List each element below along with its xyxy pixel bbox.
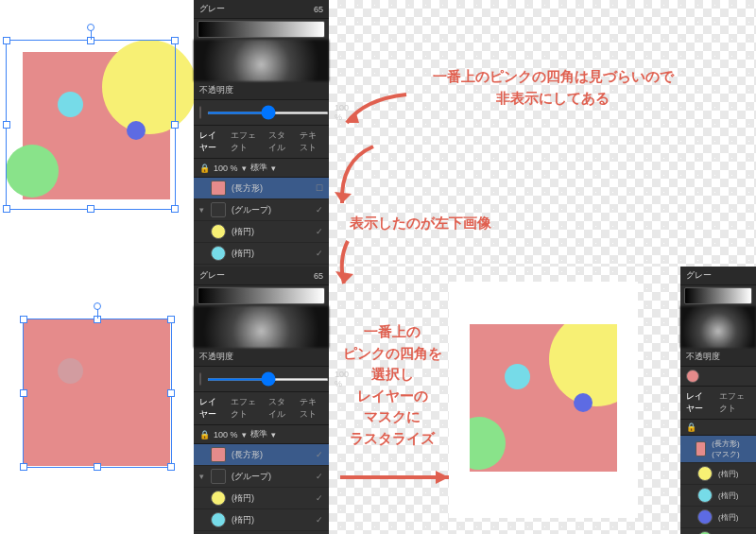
arrow-1 [335,90,411,137]
svg-marker-3 [436,471,449,484]
opacity-slider[interactable] [207,112,329,114]
slider-label: グレー [199,3,225,15]
blue-circle [574,393,593,412]
panel-tabs[interactable]: レイヤーエフェクトスタイルテキスト [194,126,329,159]
result-artboard[interactable] [449,282,638,518]
canvas-bottom-left[interactable] [0,267,194,534]
svg-marker-2 [335,271,353,284]
preview-thumb [194,306,329,348]
selection-box[interactable] [23,319,172,468]
svg-marker-1 [335,192,352,203]
layer-group[interactable]: ▾(グループ)✓ [194,199,329,221]
lock-icon[interactable]: 🔒 [199,164,210,173]
yellow-circle [549,312,644,406]
arrow-3 [335,463,468,491]
layers-panel-top[interactable]: グレー65 不透明度 100 % レイヤーエフェクトスタイルテキスト 🔒100 … [194,0,329,267]
canvas-top-left[interactable] [0,0,194,267]
visibility-toggle[interactable]: ☐ [316,183,323,193]
layer-ellipse-cyan[interactable]: (楕円)✓ [194,243,329,265]
opacity-slider[interactable] [207,378,329,381]
arrow-2 [331,146,387,288]
annotation-3: 一番上の ピンクの四角を 選択し レイヤーの マスクに ラスタライズ [335,321,449,449]
layer-rect[interactable]: (長方形)☐ [194,178,329,199]
green-circle [453,417,506,470]
opacity-swatch [199,106,201,119]
cyan-circle [505,364,530,389]
blend-mode[interactable]: 標準 [250,162,267,174]
slider-value: 65 [314,5,323,14]
layer-rect[interactable]: (長方形)✓ [194,444,329,466]
gradient-strip[interactable] [198,287,325,304]
blend-pct: 100 % [214,164,238,173]
layer-group[interactable]: ▾(グループ)✓ [194,466,329,488]
layers-panel-right[interactable]: グレー 不透明度 レイヤーエフェクト 🔒 (長方形) (マスク) (楕円) (楕… [680,267,756,534]
selection-box[interactable] [6,40,176,210]
preview-thumb [194,40,329,81]
layer-ellipse-yellow[interactable]: (楕円)✓ [194,221,329,243]
layers-panel-bottom[interactable]: グレー65 不透明度 100 % レイヤーエフェクトスタイルテキスト 🔒100 … [194,267,329,534]
annotation-1: 一番上のピンクの四角は見づらいので 非表示にしてある [387,66,718,109]
opacity-label: 不透明度 [199,84,233,96]
visibility-toggle[interactable]: ✓ [316,205,323,215]
gradient-strip[interactable] [198,21,325,38]
